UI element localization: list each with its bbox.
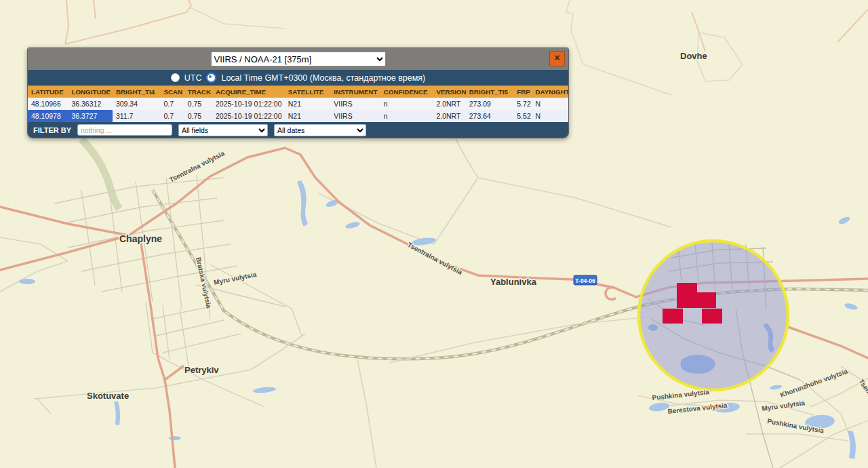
cell-acquire-time: 2025-10-19 01:22:00: [212, 98, 285, 110]
cell-scan: 0.7: [160, 110, 184, 122]
fire-polygon-right: [702, 309, 722, 324]
cell-longitude[interactable]: 36.36312: [68, 98, 112, 110]
local-time-radio-label: Local Time GMT+0300 (Москва, стандартное…: [221, 73, 425, 83]
town-label-skotuvate: Skotuvate: [87, 391, 129, 401]
fire-detections-table: LATITUDE LONGITUDE BRIGHT_TI4 SCAN TRACK…: [28, 85, 568, 122]
fire-polygon-left: [663, 309, 683, 324]
town-label-dovhe: Dovhe: [680, 51, 707, 61]
time-mode-bar: UTC Local Time GMT+0300 (Москва, стандар…: [28, 70, 568, 85]
local-time-radio[interactable]: [206, 73, 216, 83]
cell-daynight: N: [532, 98, 568, 110]
cell-bright-ti5: 273.64: [466, 110, 514, 122]
cell-acquire-time: 2025-10-19 01:22:00: [212, 110, 285, 122]
panel-header: VIIRS / NOAA-21 [375m] ×: [28, 48, 568, 70]
cell-bright-ti5: 273.09: [466, 98, 514, 110]
cell-instrument: VIIRS: [330, 98, 380, 110]
cell-track: 0.75: [184, 110, 212, 122]
cell-frp: 5.52: [513, 110, 532, 122]
cell-instrument: VIIRS: [330, 110, 380, 122]
filter-dates-select[interactable]: All dates: [274, 124, 366, 136]
table-header-row: LATITUDE LONGITUDE BRIGHT_TI4 SCAN TRACK…: [28, 86, 568, 98]
col-longitude[interactable]: LONGITUDE: [68, 86, 112, 98]
col-track[interactable]: TRACK: [184, 86, 212, 98]
col-confidence[interactable]: CONFIDENCE: [380, 86, 433, 98]
town-label-yablunivka: Yablunivka: [490, 277, 537, 287]
fire-data-panel: VIIRS / NOAA-21 [375m] × UTC Local Time …: [27, 47, 569, 138]
cell-scan: 0.7: [160, 98, 184, 110]
filter-by-label: FILTER BY: [33, 126, 71, 134]
cell-longitude-selected[interactable]: 36.3727: [68, 110, 112, 122]
col-scan[interactable]: SCAN: [160, 86, 184, 98]
cell-track: 0.75: [184, 98, 212, 110]
col-bright-ti5[interactable]: BRIGHT_TI5: [466, 86, 514, 98]
utc-radio-label: UTC: [184, 73, 202, 83]
satellite-source-select[interactable]: VIIRS / NOAA-21 [375m]: [211, 52, 386, 66]
cell-satellite: N21: [285, 110, 331, 122]
cell-bright-ti4: 311.7: [113, 110, 161, 122]
col-version[interactable]: VERSION: [433, 86, 465, 98]
cell-frp: 5.72: [513, 98, 532, 110]
town-label-chaplyne: Chaplyne: [119, 233, 162, 244]
road-shield: T-04-06: [574, 275, 597, 285]
cell-satellite: N21: [285, 98, 331, 110]
col-acquire-time[interactable]: ACQUIRE_TIME: [212, 86, 285, 98]
table-row-selected[interactable]: 48.10978 36.3727 311.7 0.7 0.75 2025-10-…: [28, 110, 568, 122]
col-frp[interactable]: FRP: [513, 86, 532, 98]
col-satellite[interactable]: SATELLITE: [285, 86, 331, 98]
filter-fields-select[interactable]: All fields: [178, 124, 268, 136]
cell-daynight: N: [532, 110, 568, 122]
table-row[interactable]: 48.10966 36.36312 309.34 0.7 0.75 2025-1…: [28, 98, 568, 110]
cell-confidence: n: [380, 98, 433, 110]
col-daynight[interactable]: DAYNIGHT: [532, 86, 568, 98]
cell-latitude-selected[interactable]: 48.10978: [28, 110, 68, 122]
cell-confidence: n: [380, 110, 433, 122]
filter-bar: FILTER BY All fields All dates: [28, 122, 568, 138]
cell-version: 2.0NRT: [433, 98, 465, 110]
cell-bright-ti4: 309.34: [113, 98, 161, 110]
col-bright-ti4[interactable]: BRIGHT_TI4: [113, 86, 161, 98]
col-instrument[interactable]: INSTRUMENT: [330, 86, 380, 98]
utc-radio[interactable]: [171, 73, 180, 82]
town-label-petrykiv: Petrykiv: [184, 365, 219, 375]
road-shield-label: T-04-06: [575, 277, 595, 284]
cell-version: 2.0NRT: [433, 110, 465, 122]
screen: T-04-06 Dovhe Chaplyne Yablunivka Petryk…: [0, 0, 868, 468]
col-latitude[interactable]: LATITUDE: [28, 86, 68, 98]
filter-text-input[interactable]: [77, 124, 172, 136]
close-icon[interactable]: ×: [549, 51, 565, 66]
cell-latitude[interactable]: 48.10966: [28, 98, 68, 110]
